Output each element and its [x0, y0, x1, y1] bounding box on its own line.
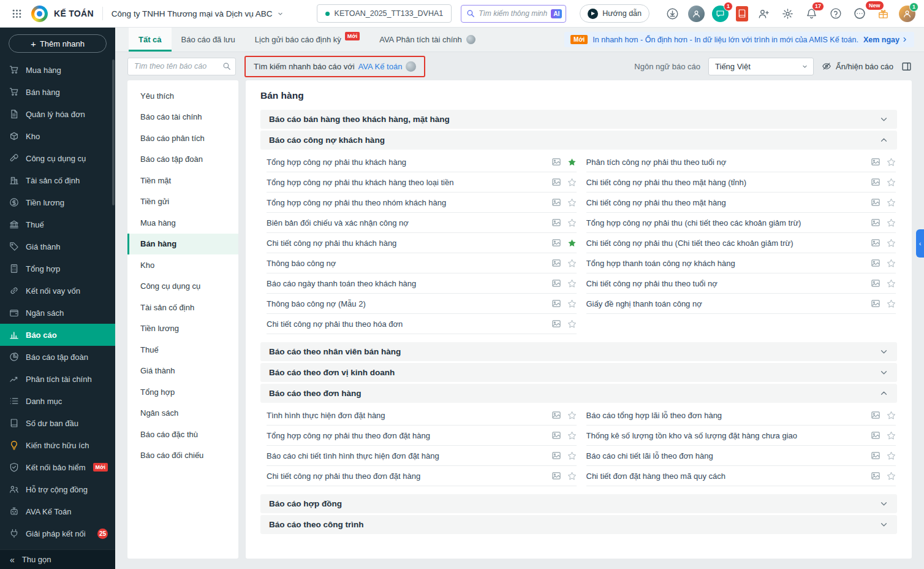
smart-search[interactable]: AI	[461, 5, 566, 23]
preview-icon[interactable]	[871, 451, 880, 460]
section-header[interactable]: Báo cáo công nợ khách hàng	[260, 131, 897, 150]
favorite-star-icon[interactable]	[887, 299, 896, 308]
profile-avatar[interactable]: 1	[899, 6, 915, 22]
report-row[interactable]: Chi tiết công nợ phải thu theo mặt hàng …	[586, 172, 896, 193]
quick-add-button[interactable]: + Thêm nhanh	[9, 34, 107, 53]
favorite-star-icon[interactable]	[567, 239, 577, 248]
smart-search-input[interactable]	[479, 9, 547, 18]
preview-icon[interactable]	[871, 430, 880, 440]
notebook-icon[interactable]	[736, 6, 748, 21]
category-item[interactable]: Tiền lương	[127, 318, 238, 340]
section-header[interactable]: Báo cáo hợp đồng	[260, 494, 897, 513]
category-item[interactable]: Tài sản cố định	[127, 297, 238, 318]
favorite-star-icon[interactable]	[887, 431, 896, 440]
sidebar-scrollbar[interactable]	[112, 59, 115, 205]
company-selector[interactable]: Công ty TNHH Thương mại và Dịch vụ ABC	[112, 9, 284, 18]
report-row[interactable]: Thông báo công nợ	[267, 253, 577, 273]
preview-icon[interactable]	[871, 157, 880, 167]
report-row[interactable]: Chi tiết công nợ phải thu theo mặt hàng	[586, 193, 896, 213]
section-header[interactable]: Báo cáo bán hàng theo khách hàng, mặt hà…	[260, 110, 897, 129]
preview-icon[interactable]	[551, 197, 561, 207]
banner-link[interactable]: Xem ngay	[863, 36, 908, 44]
category-item[interactable]: Báo cáo tài chính	[127, 107, 238, 128]
collapse-sidebar-button[interactable]: « Thu gọn	[0, 549, 115, 569]
category-item[interactable]: Bán hàng	[127, 234, 238, 255]
favorite-star-icon[interactable]	[887, 472, 896, 481]
toggle-reports-button[interactable]: Ẩn/hiện báo cáo	[822, 61, 893, 71]
favorite-star-icon[interactable]	[567, 218, 577, 227]
report-row[interactable]: Chi tiết công nợ phải thu theo đơn đặt h…	[267, 466, 577, 486]
category-item[interactable]: Mua hàng	[127, 212, 238, 234]
report-row[interactable]: Tổng hợp công nợ phải thu (chi tiết theo…	[586, 213, 896, 233]
language-select[interactable]: Tiếng Việt	[708, 58, 814, 75]
category-item[interactable]: Tiền gửi	[127, 191, 238, 213]
category-item[interactable]: Tiền mặt	[127, 170, 238, 191]
gear-icon[interactable]	[779, 6, 796, 22]
favorite-star-icon[interactable]	[887, 158, 896, 167]
preview-icon[interactable]	[871, 471, 880, 481]
tab[interactable]: AVA Phân tích tài chính	[369, 28, 485, 52]
category-item[interactable]: Báo cáo phân tích	[127, 128, 238, 149]
preview-icon[interactable]	[551, 451, 561, 460]
report-row[interactable]: Chi tiết công nợ phải thu (Chi tiết theo…	[586, 233, 896, 253]
favorite-star-icon[interactable]	[567, 451, 577, 460]
preview-icon[interactable]	[551, 258, 561, 268]
preview-icon[interactable]	[551, 410, 561, 420]
favorite-star-icon[interactable]	[567, 198, 577, 207]
favorite-star-icon[interactable]	[887, 259, 896, 268]
favorite-star-icon[interactable]	[567, 472, 577, 481]
gift-icon[interactable]: New	[875, 6, 892, 22]
report-row[interactable]: Tổng hợp thanh toán công nợ khách hàng	[586, 253, 896, 273]
sidebar-item[interactable]: Giải pháp kết nối25	[0, 522, 115, 544]
preview-icon[interactable]	[551, 177, 561, 187]
report-row[interactable]: Thông báo công nợ (Mẫu 2)	[267, 294, 577, 314]
ava-quick-search[interactable]: Tìm kiếm nhanh báo cáo với AVA Kế toán	[244, 56, 425, 77]
sidebar-item[interactable]: Danh mục	[0, 390, 115, 412]
help-icon[interactable]	[827, 6, 844, 22]
section-header[interactable]: Báo cáo theo công trình	[260, 515, 897, 534]
favorite-star-icon[interactable]	[567, 411, 577, 420]
app-logo-icon[interactable]	[31, 6, 48, 22]
sidebar-item[interactable]: Tổng hợp	[0, 258, 115, 280]
preview-icon[interactable]	[551, 319, 561, 329]
category-item[interactable]: Ngân sách	[127, 403, 238, 424]
favorite-star-icon[interactable]	[887, 178, 896, 187]
category-item[interactable]: Yêu thích	[127, 85, 238, 107]
report-row[interactable]: Tổng hợp công nợ phải thu khách hàng	[267, 152, 577, 172]
sidebar-item[interactable]: Công cụ dụng cụ	[0, 147, 115, 169]
report-row[interactable]: Phân tích công nợ phải thu theo tuổi nợ	[586, 152, 896, 172]
sidebar-item[interactable]: Quản lý hóa đơn	[0, 103, 115, 125]
sidebar-item[interactable]: Mua hàng	[0, 59, 115, 81]
report-row[interactable]: Giấy đề nghị thanh toán công nợ	[586, 294, 896, 314]
add-user-icon[interactable]	[755, 6, 772, 22]
report-row[interactable]: Tổng hợp công nợ phải thu theo đơn đặt h…	[267, 426, 577, 446]
chat-icon[interactable]: 1	[712, 6, 729, 22]
preview-icon[interactable]	[871, 197, 880, 207]
sidebar-item[interactable]: Kiến thức hữu ích	[0, 434, 115, 456]
category-item[interactable]: Báo cáo tập đoàn	[127, 149, 238, 170]
app-grid-icon[interactable]	[9, 6, 25, 22]
bell-icon[interactable]: 17	[803, 6, 820, 22]
report-row[interactable]: Chi tiết công nợ phải thu theo hóa đơn	[267, 314, 577, 334]
favorite-star-icon[interactable]	[567, 279, 577, 288]
sidebar-item[interactable]: Phân tích tài chính	[0, 368, 115, 390]
sidebar-item[interactable]: Ngân sách	[0, 302, 115, 324]
favorite-star-icon[interactable]	[567, 319, 577, 329]
tab[interactable]: Báo cáo đã lưu	[172, 28, 245, 52]
favorite-star-icon[interactable]	[567, 431, 577, 440]
sidebar-item[interactable]: Báo cáo tập đoàn	[0, 346, 115, 368]
guide-button[interactable]: Hướng dẫn	[580, 4, 649, 23]
favorite-star-icon[interactable]	[567, 178, 577, 187]
promo-banner[interactable]: Mới In nhanh hơn - Ổn định hơn - In dữ l…	[564, 32, 914, 47]
sidebar-item[interactable]: Bán hàng	[0, 81, 115, 103]
category-item[interactable]: Báo cáo đối chiếu	[127, 445, 238, 467]
panel-handle[interactable]: ‹	[916, 229, 924, 258]
sidebar-item[interactable]: Kết nối bảo hiểmMới	[0, 456, 115, 478]
preview-icon[interactable]	[551, 471, 561, 481]
favorite-star-icon[interactable]	[567, 299, 577, 308]
preview-icon[interactable]	[551, 299, 561, 308]
sidebar-item[interactable]: Giá thành	[0, 235, 115, 258]
report-row[interactable]: Tình hình thực hiện đơn đặt hàng	[267, 405, 577, 426]
sidebar-item[interactable]: Thuế	[0, 213, 115, 235]
sidebar-item[interactable]: Kho	[0, 125, 115, 147]
